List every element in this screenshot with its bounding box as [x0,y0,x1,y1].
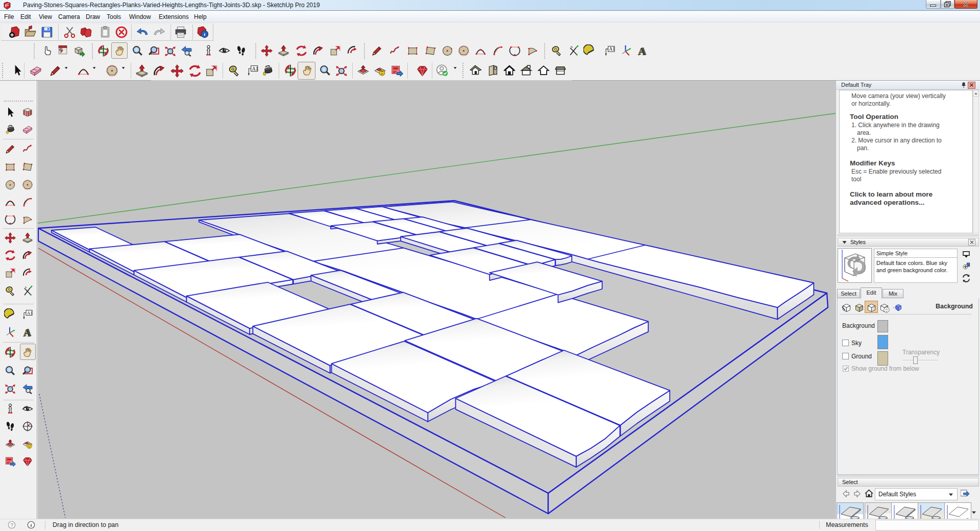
svg-text:A: A [24,327,32,338]
svg-text:A1: A1 [609,46,615,52]
svg-text:?: ? [10,522,13,527]
svg-text:A1: A1 [27,310,33,316]
svg-text:A1: A1 [252,66,258,71]
svg-text:A: A [639,45,647,57]
